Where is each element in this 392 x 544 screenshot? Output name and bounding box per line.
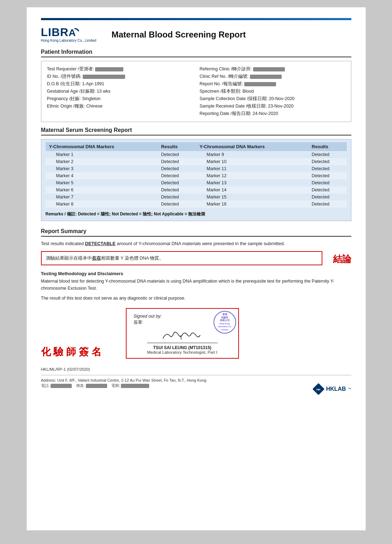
marker-right-6: Marker 14 (196, 186, 308, 193)
logo-a-arc: A (69, 28, 79, 37)
sig-line (147, 343, 218, 343)
col4-header: Results (308, 142, 347, 151)
table-row: Marker 1 Detected Marker 9 Detected (46, 151, 347, 158)
result-right-1: Detected (308, 151, 347, 158)
marker-left-4: Marker 4 (46, 172, 158, 179)
summary-line2: amount of Y-chromosomal DNA materials we… (116, 241, 285, 246)
signature-section: 化 驗 師 簽 名 香港化驗所有限公司Hong KongLaboratory C… (41, 308, 351, 359)
result-right-7: Detected (308, 193, 347, 201)
referring-clinic-redacted (253, 67, 285, 71)
result-left-4: Detected (158, 172, 196, 179)
screening-section: Maternal Serum Screening Report Y-Chromo… (41, 127, 351, 221)
footer-contact: 電話: 傳真: 電郵: HK HKLAB ™ (41, 383, 351, 388)
col3-header: Y-Chromosomal DNA Markers (196, 142, 308, 151)
result-left-2: Detected (158, 158, 196, 165)
report-title: Maternal Blood Screening Report (112, 30, 246, 40)
result-right-4: Detected (308, 172, 347, 179)
result-right-8: Detected (308, 201, 347, 208)
marker-right-7: Marker 15 (196, 193, 308, 201)
patient-info-grid: Test Requester /受測者: ID No. /證件號碼: D.O.B… (47, 65, 345, 117)
logo-area: LIBR A Hong Kong Laboratory Co., Limited (41, 27, 101, 42)
result-left-1: Detected (158, 151, 196, 158)
top-bar (41, 18, 351, 20)
table-row: Marker 6 Detected Marker 14 Detected (46, 186, 347, 193)
test-requester-redacted (95, 67, 123, 71)
signature-svg (159, 328, 205, 342)
clinic-ref-row: Clinic Ref No. /轉介編號: (200, 73, 345, 80)
summary-text: Test results indicated DETECTABLE amount… (41, 240, 351, 248)
report-header: LIBR A Hong Kong Laboratory Co., Limited… (41, 27, 351, 42)
methodology-title: Testing Methodology and Disclaimers (41, 271, 351, 276)
table-row: Marker 5 Detected Marker 13 Detected (46, 179, 347, 186)
report-page: LIBR A Hong Kong Laboratory Co., Limited… (27, 7, 366, 531)
id-no-row: ID No. /證件號碼: (47, 73, 193, 80)
result-left-7: Detected (158, 193, 196, 201)
logo-subtext: Hong Kong Laboratory Co., Limited (41, 39, 96, 42)
table-row: Marker 3 Detected Marker 11 Detected (46, 165, 347, 172)
marker-right-4: Marker 12 (196, 172, 308, 179)
marker-right-5: Marker 13 (196, 179, 308, 186)
marker-left-1: Marker 1 (46, 151, 158, 158)
methodology-text1: Maternal blood test for detecting Y-chro… (41, 278, 351, 292)
screening-section-title: Maternal Serum Screening Report (41, 127, 351, 135)
conclusion-box: 測驗結果顯示在樣本中在在相當數量 Y 染色體 DNA 物質。 結論 (41, 251, 351, 265)
logo-libr: LIBR (41, 27, 69, 38)
report-no-redacted (244, 82, 276, 86)
table-row: Marker 4 Detected Marker 12 Detected (46, 172, 347, 179)
methodology-text2: The result of this test does not serve a… (41, 295, 351, 302)
patient-section-title: Patient Information (41, 49, 351, 57)
marker-right-8: Marker 16 (196, 201, 308, 208)
chinese-result-line: 測驗結果顯示在樣本中在在相當數量 Y 染色體 DNA 物質。 (46, 255, 317, 262)
marker-left-7: Marker 7 (46, 193, 158, 201)
table-row: Marker 7 Detected Marker 15 Detected (46, 193, 347, 201)
gestational-age-row: Gestational Age /妊娠期: 13 wks (47, 88, 193, 95)
patient-info-left: Test Requester /受測者: ID No. /證件號碼: D.O.B… (47, 65, 193, 117)
table-row: Marker 8 Detected Marker 16 Detected (46, 201, 347, 208)
marker-left-8: Marker 8 (46, 201, 158, 208)
remarks: Remarks / 備註: Detected = 陽性; Not Detecte… (46, 211, 347, 217)
table-body: Marker 1 Detected Marker 9 Detected Mark… (46, 151, 347, 208)
col1-header: Y-Chromosomal DNA Markers (46, 142, 158, 151)
result-left-6: Detected (158, 186, 196, 193)
hklab-footer-logo: HK HKLAB ™ (313, 383, 351, 395)
summary-line1: Test results indicated (41, 241, 85, 246)
marker-left-3: Marker 3 (46, 165, 158, 172)
detectable-word: DETECTABLE (85, 241, 116, 246)
signer-name: TSUI SAI LEUNG (MT101315) (134, 345, 231, 350)
sample-collection-row: Sample Collection Date /採樣日期: 20-Nov-202… (200, 95, 345, 103)
patient-info-box: Test Requester /受測者: ID No. /證件號碼: D.O.B… (41, 61, 351, 122)
result-right-2: Detected (308, 158, 347, 165)
marker-left-5: Marker 5 (46, 179, 158, 186)
sig-left-label: 化 驗 師 簽 名 (41, 345, 112, 359)
sample-received-row: Sample Received Date /收樣日期: 23-Nov-2020 (200, 103, 345, 110)
result-left-5: Detected (158, 179, 196, 186)
marker-left-2: Marker 2 (46, 158, 158, 165)
dob-row: D.O.B /出生日期: 1-Apr-1991 (47, 80, 193, 88)
hklab-diamond-icon: HK (313, 383, 324, 395)
chinese-underline: 在在 (92, 256, 101, 261)
report-summary-section: Report Summary Test results indicated DE… (41, 228, 351, 265)
conclusion-label: 結論 (333, 251, 351, 265)
specimen-row: Specimen /樣本類別: Blood (200, 88, 345, 95)
test-requester-row: Test Requester /受測者: (47, 65, 193, 73)
reporting-date-row: Reporting Date /報告日期: 24-Nov-2020 (200, 110, 345, 117)
submitted-box: 測驗結果顯示在樣本中在在相當數量 Y 染色體 DNA 物質。 (41, 251, 322, 265)
signer-title: Medical Laboratory Technologist, Part I (134, 350, 231, 354)
report-no-row: Report No. /報告編號: (200, 80, 345, 88)
marker-left-6: Marker 6 (46, 186, 158, 193)
sig-box: 香港化驗所有限公司Hong KongLaboratory Co.Limited … (126, 308, 239, 359)
marker-right-3: Marker 11 (196, 165, 308, 172)
col2-header: Results (158, 142, 196, 151)
result-right-3: Detected (308, 165, 347, 172)
result-right-6: Detected (308, 186, 347, 193)
footer-doc-code: HKL/ML/RP-1 (02/07/2020) (41, 367, 351, 371)
svg-text:HK: HK (316, 388, 321, 391)
result-right-5: Detected (308, 179, 347, 186)
referring-clinic-row: Referring Clinic /轉介診所: (200, 65, 345, 73)
result-left-8: Detected (158, 201, 196, 208)
stamp-circle: 香港化驗所有限公司Hong KongLaboratory Co.Limited (213, 311, 236, 334)
clinic-ref-redacted (250, 75, 282, 79)
marker-right-1: Marker 9 (196, 151, 308, 158)
ethnic-origin-row: Ethnic Origin /種族: Chinese (47, 103, 193, 110)
logo: LIBR A (41, 27, 80, 38)
